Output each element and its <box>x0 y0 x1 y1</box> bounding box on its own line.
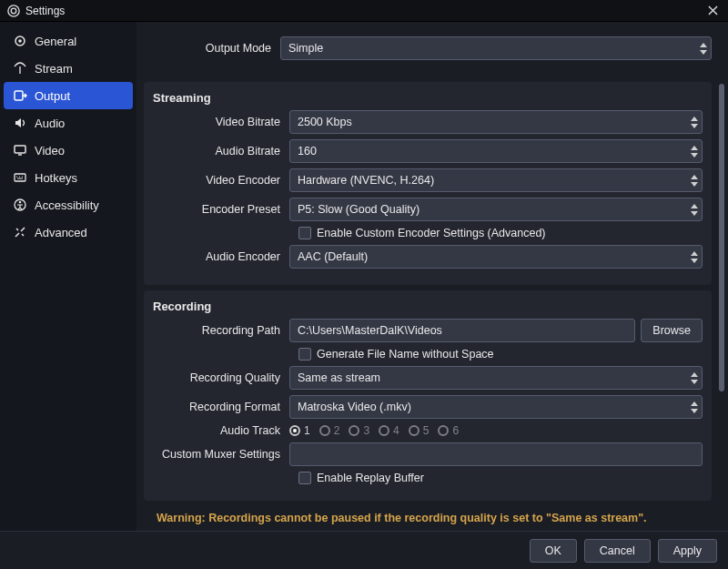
output-mode-label: Output Mode <box>144 42 280 55</box>
output-icon <box>13 88 27 103</box>
chevron-updown-icon <box>688 200 700 218</box>
recording-format-label: Recording Format <box>153 401 289 413</box>
sidebar-item-general[interactable]: General <box>4 27 133 55</box>
warning-text: Warning: Recordings cannot be paused if … <box>144 506 712 530</box>
chevron-updown-icon <box>688 248 700 266</box>
recording-path-input[interactable]: C:\Users\MasterDalK\Videos <box>289 319 635 342</box>
video-encoder-select[interactable]: Hardware (NVENC, H.264) <box>289 168 703 192</box>
recording-format-select[interactable]: Matroska Video (.mkv) <box>289 395 703 419</box>
sidebar-item-audio[interactable]: Audio <box>4 109 133 137</box>
sidebar-item-video[interactable]: Video <box>4 137 133 164</box>
video-bitrate-input[interactable]: 2500 Kbps <box>289 110 703 134</box>
recording-path-label: Recording Path <box>153 324 289 337</box>
output-mode-select[interactable]: Simple <box>280 36 712 60</box>
audio-track-radio-5[interactable] <box>409 425 420 436</box>
apply-button[interactable]: Apply <box>658 539 717 563</box>
content-panel: Output Mode Simple Streaming Vid <box>136 22 728 531</box>
audio-encoder-select[interactable]: AAC (Default) <box>289 245 703 269</box>
sidebar-item-advanced[interactable]: Advanced <box>4 218 133 246</box>
titlebar: Settings <box>0 0 728 22</box>
ok-button[interactable]: OK <box>530 539 577 563</box>
recording-title: Recording <box>153 300 703 313</box>
sidebar-item-label: General <box>35 35 76 48</box>
svg-point-8 <box>19 201 22 204</box>
gear-icon <box>13 34 27 48</box>
svg-rect-5 <box>15 146 25 153</box>
sidebar-item-label: Hotkeys <box>35 171 77 185</box>
sidebar-item-accessibility[interactable]: Accessibility <box>4 191 133 218</box>
audio-track-label: Audio Track <box>153 424 289 437</box>
chevron-updown-icon <box>688 369 700 387</box>
monitor-icon <box>13 143 27 157</box>
sidebar-item-label: Advanced <box>35 226 87 239</box>
scrollbar-thumb[interactable] <box>719 84 724 391</box>
audio-track-radio-3[interactable] <box>349 425 359 436</box>
audio-bitrate-label: Audio Bitrate <box>153 145 289 157</box>
audio-encoder-label: Audio Encoder <box>153 250 289 263</box>
chevron-updown-icon <box>688 171 700 189</box>
streaming-title: Streaming <box>153 91 703 105</box>
video-bitrate-label: Video Bitrate <box>153 116 289 128</box>
recording-quality-select[interactable]: Same as stream <box>289 366 703 390</box>
speaker-icon <box>13 116 27 130</box>
audio-track-radio-2[interactable] <box>319 425 330 436</box>
sidebar-item-label: Output <box>35 89 70 103</box>
browse-button[interactable]: Browse <box>641 319 703 342</box>
svg-point-3 <box>18 39 22 43</box>
sidebar-item-label: Video <box>35 144 65 157</box>
audio-track-radio-4[interactable] <box>379 425 389 436</box>
encoder-preset-select[interactable]: P5: Slow (Good Quality) <box>289 198 703 221</box>
svg-point-0 <box>8 5 19 15</box>
obs-logo-icon <box>7 5 20 17</box>
audio-track-radio-6[interactable] <box>438 425 449 436</box>
cancel-button[interactable]: Cancel <box>584 539 651 563</box>
sidebar-item-hotkeys[interactable]: Hotkeys <box>4 164 133 191</box>
keyboard-icon <box>13 170 27 185</box>
accessibility-icon <box>13 198 27 212</box>
audio-track-radio-1[interactable] <box>289 425 300 436</box>
generate-filename-label: Generate File Name without Space <box>317 348 494 361</box>
spinner-icon[interactable] <box>688 113 700 131</box>
enable-replay-buffer-checkbox[interactable] <box>298 472 311 484</box>
window-title: Settings <box>25 5 65 17</box>
audio-track-group: 1 2 3 4 5 6 <box>289 424 703 437</box>
audio-bitrate-select[interactable]: 160 <box>289 139 703 163</box>
sidebar: General Stream Output Audio Video Hotkey… <box>0 22 136 531</box>
sidebar-item-label: Audio <box>35 117 65 130</box>
sidebar-item-label: Accessibility <box>35 198 99 212</box>
close-icon[interactable] <box>704 3 721 19</box>
chevron-updown-icon <box>688 398 700 416</box>
svg-rect-6 <box>15 174 25 181</box>
recording-section: Recording Recording Path C:\Users\Master… <box>144 290 712 501</box>
generate-filename-checkbox[interactable] <box>298 348 311 361</box>
custom-muxer-input[interactable] <box>289 442 703 466</box>
recording-quality-label: Recording Quality <box>153 371 289 384</box>
sidebar-item-output[interactable]: Output <box>4 82 133 109</box>
scrollbar[interactable] <box>719 84 724 523</box>
chevron-updown-icon <box>688 142 700 160</box>
sidebar-item-label: Stream <box>35 62 73 76</box>
sidebar-item-stream[interactable]: Stream <box>4 55 133 82</box>
enable-custom-encoder-checkbox[interactable] <box>298 227 311 239</box>
footer: OK Cancel Apply <box>0 531 728 569</box>
chevron-updown-icon <box>697 39 709 57</box>
tools-icon <box>13 225 27 239</box>
custom-muxer-label: Custom Muxer Settings <box>153 448 289 461</box>
svg-point-1 <box>11 8 16 14</box>
svg-rect-4 <box>15 91 23 100</box>
encoder-preset-label: Encoder Preset <box>153 203 289 216</box>
enable-custom-encoder-label: Enable Custom Encoder Settings (Advanced… <box>317 227 546 239</box>
enable-replay-buffer-label: Enable Replay Buffer <box>317 472 424 484</box>
antenna-icon <box>13 61 27 76</box>
streaming-section: Streaming Video Bitrate 2500 Kbps Audio … <box>144 82 712 285</box>
video-encoder-label: Video Encoder <box>153 174 289 187</box>
